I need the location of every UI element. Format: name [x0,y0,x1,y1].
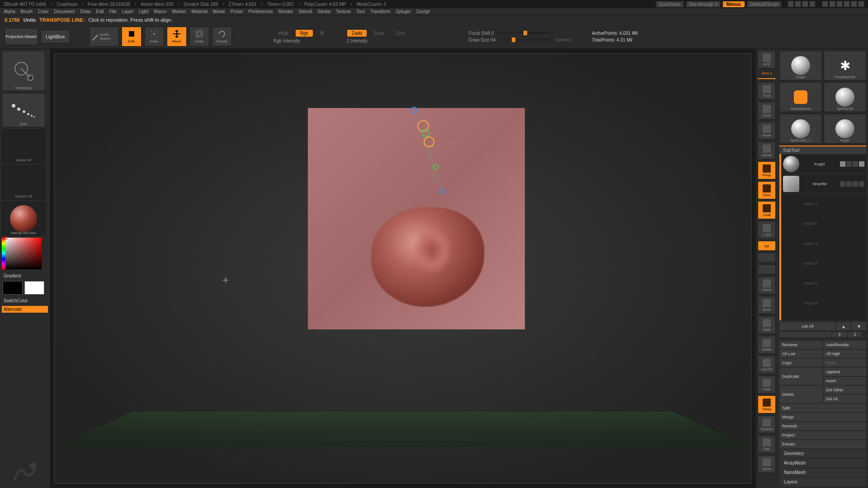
split-button[interactable]: Split [779,404,866,412]
xpose-button[interactable]: Xpose [758,455,776,473]
menu-color[interactable]: Color [38,9,49,14]
seethrough-slider[interactable]: See-through 0 [686,1,720,7]
up-arrow-icon[interactable]: ▲ [836,322,851,330]
menu-brush[interactable]: Brush [21,9,33,14]
copy-button[interactable]: Copy [779,359,822,367]
rgb-toggle[interactable]: Rgb [296,30,313,37]
solo-button[interactable]: Solo [758,435,776,453]
menu-light[interactable]: Light [139,9,149,14]
autoreorder-button[interactable]: AutoReorder [823,341,866,349]
help-icon[interactable] [822,1,828,7]
extract-button[interactable]: Extract [779,440,866,448]
scale-button[interactable]: Scale [189,27,209,47]
local-button[interactable]: Local [758,201,776,219]
menu-stroke[interactable]: Stroke [317,9,330,14]
linefill-button[interactable]: Line Fill [758,356,776,374]
scroll-button[interactable]: Scroll [758,82,776,100]
edit-button[interactable]: Edit [122,27,142,47]
actual-button[interactable]: Actual [758,122,776,140]
settings-icon[interactable] [844,1,850,7]
merge-button[interactable]: Merge [779,413,866,421]
sv-box[interactable] [5,238,42,269]
rgb-intensity-label[interactable]: Rgb Intensity [274,38,323,43]
restore-icon[interactable] [851,1,857,7]
window-icon-4[interactable] [809,1,816,7]
floor-button[interactable]: Floor [758,181,776,199]
project-button[interactable]: Project [779,431,866,439]
dynamic-toggle[interactable]: Dynamic [555,38,571,42]
del-other-button[interactable]: Del Other [823,386,866,394]
draw-button[interactable]: Draw [144,27,164,47]
move-up-icon[interactable]: ⇧ [832,332,847,337]
material-preview[interactable]: MatCap Red Wax [2,202,45,236]
menus-button[interactable]: Menus [723,1,745,7]
nav-move-button[interactable]: Move [758,296,776,314]
subtool-wuerfel[interactable]: Wuerfel [781,174,866,194]
menu-tool[interactable]: Tool [356,9,364,14]
geometry-section[interactable]: Geometry [779,449,866,458]
down-arrow-icon[interactable]: ⇩ [848,332,862,337]
hue-strip[interactable] [2,238,5,269]
subtool-header[interactable]: SubTool [779,145,866,154]
transp-button[interactable]: Transp [758,395,776,413]
menu-movie[interactable]: Movie [213,9,225,14]
menu-draw[interactable]: Draw [80,9,90,14]
all-low-button[interactable]: All Low [779,350,822,358]
all-high-button[interactable]: All High [823,350,866,358]
menu-picker[interactable]: Picker [231,9,243,14]
subtool-kugel[interactable]: Kugel [781,154,866,174]
switchcolor-button[interactable]: SwitchColor [2,297,48,304]
arraymesh-section[interactable]: ArrayMesh [779,459,866,467]
tool-thumb-polymesh[interactable]: ✱PolyMesh3D [824,51,866,80]
layers-section[interactable]: Layers [779,478,866,486]
move-button[interactable]: Move [167,27,187,47]
aahalf-button[interactable]: AAHalf [758,141,776,160]
stroke-preview[interactable]: Dots [2,93,45,127]
bpr-button[interactable]: BPR [758,51,776,69]
append-button[interactable]: Append [823,368,866,376]
nanomesh-section[interactable]: NanoMesh [779,468,866,477]
close-icon[interactable] [858,1,864,7]
list-all-button[interactable]: List All [779,322,835,330]
quicksave-button[interactable]: QuickSave [656,1,683,7]
menu-zscript[interactable]: Zscript [416,9,429,14]
draw-size-slider[interactable]: Draw Size 64 [469,38,495,42]
window-icon-2[interactable] [795,1,801,7]
zadd-toggle[interactable]: Zadd [347,30,367,37]
m-toggle[interactable]: M [316,30,328,37]
lightbox-button[interactable]: LightBox [41,30,70,43]
focal-shift-slider[interactable]: Focal Shift 0 [469,31,494,36]
lsym-button[interactable]: L.Sym [758,221,776,239]
delete-button[interactable]: Delete [779,386,822,403]
color-picker[interactable]: Gradient [2,238,45,278]
remesh-button[interactable]: Remesh [779,422,866,430]
menu-render[interactable]: Render [278,9,293,14]
zsub-toggle[interactable]: Zsub [369,30,388,37]
visibility-icon[interactable] [859,161,864,167]
del-all-button[interactable]: Del All [823,395,866,403]
tool-thumb-kugel2[interactable]: Kugel [824,114,866,144]
alpha-slot[interactable]: Alpha Off [2,129,45,164]
zoom-button[interactable]: Zoom [758,102,776,120]
menu-marker[interactable]: Marker [172,9,186,14]
window-icon-1[interactable] [788,1,794,7]
menu-edit[interactable]: Edit [96,9,104,14]
insert-button[interactable]: Insert [823,377,866,385]
xyz-button[interactable]: Xyz [758,241,776,251]
nav-small-2[interactable] [758,264,776,274]
maximize-icon[interactable] [836,1,843,7]
canvas-area[interactable] [50,49,756,488]
tool-thumb-simplebrush[interactable]: SimpleBrush [779,82,822,112]
minimize-icon[interactable] [829,1,835,7]
brush-preview[interactable]: Transpose [2,51,45,91]
eye-icon[interactable] [840,161,845,167]
dynamic-button[interactable]: Dynamic [758,415,776,433]
tool-thumb-kugel[interactable]: Kugel [779,51,822,80]
move-down-icon[interactable]: ▼ [852,322,866,330]
nav-rotate-button[interactable]: Rotate [758,336,776,354]
tool-thumb-sphere3d[interactable]: Sphere3D [824,82,866,112]
menu-macro[interactable]: Macro [154,9,167,14]
menu-transform[interactable]: Transform [370,9,390,14]
persp-button[interactable]: Persp [758,161,776,179]
duplicate-button[interactable]: Duplicate [779,368,822,385]
